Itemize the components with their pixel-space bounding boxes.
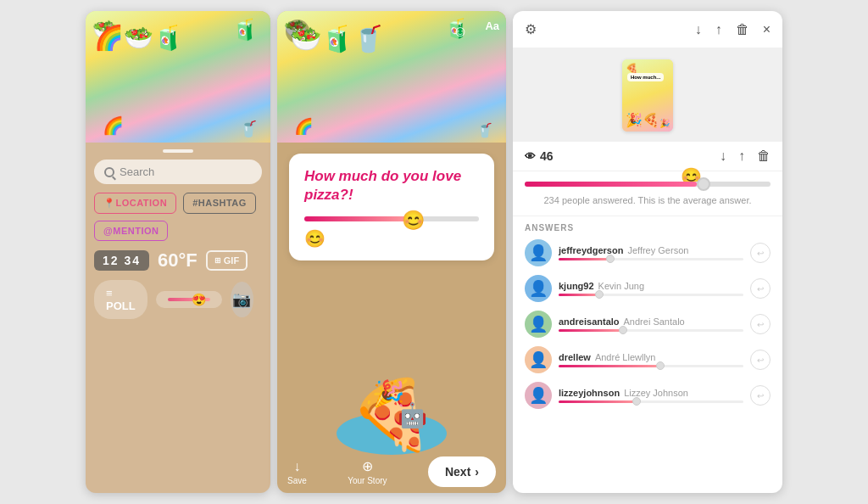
slider-track-mini: 😍 bbox=[168, 298, 210, 301]
search-bar[interactable]: Search bbox=[94, 160, 262, 184]
answer-slider-fill bbox=[559, 400, 637, 403]
close-button[interactable]: × bbox=[286, 20, 309, 43]
answer-realname: Kevin Jung bbox=[598, 281, 644, 291]
next-button[interactable]: Next › bbox=[428, 456, 496, 487]
story-bottom-bar: ↓ Save ⊕ Your Story Next › bbox=[277, 451, 506, 493]
stats-download-icon[interactable]: ↓ bbox=[720, 148, 726, 164]
answer-row: 👤 lizzeyjohnson Lizzey Johnson ↩ bbox=[525, 382, 771, 409]
stats-row: 👁 46 ↓ ↑ 🗑 bbox=[513, 142, 782, 171]
hashtag-sticker[interactable]: #HASHTAG bbox=[183, 193, 256, 214]
story-editor-panel: 🥗 🧃 🌈 🥤 × ☺ Aa How much do you love pizz… bbox=[277, 11, 506, 493]
pizza-slider-thumb: 😊 bbox=[402, 210, 425, 232]
pizza-slider-track[interactable]: 😊 bbox=[304, 216, 479, 221]
search-icon bbox=[104, 167, 114, 177]
answer-info: drellew André Llewllyn bbox=[559, 352, 743, 367]
answers-panel: ⚙ ↓ ↑ 🗑 × 🍕 🎉 How much... 👁 46 bbox=[513, 11, 782, 493]
answer-username: drellew bbox=[559, 352, 591, 362]
number-sticker[interactable]: 12 34 bbox=[94, 250, 149, 271]
hashtag-sticker-label: #HASHTAG bbox=[192, 198, 247, 208]
answer-slider-dot bbox=[656, 361, 665, 370]
your-story-button[interactable]: ⊕ Your Story bbox=[348, 458, 387, 485]
answer-slider-dot bbox=[619, 326, 627, 334]
trash-icon[interactable]: 🗑 bbox=[736, 22, 749, 37]
answer-slider-dot bbox=[595, 290, 604, 299]
average-slider-track bbox=[525, 182, 771, 187]
answer-names: kjung92 Kevin Jung bbox=[559, 281, 743, 291]
close-icon[interactable]: × bbox=[763, 22, 771, 37]
answer-username: lizzeyjohnson bbox=[559, 388, 620, 398]
gif-sticker[interactable]: ⊞ GIF bbox=[206, 250, 248, 271]
answer-row: 👤 jeffreydgerson Jeffrey Gerson ↩ bbox=[525, 239, 771, 266]
sticker-row-3: ≡ POLL 😍 📷 bbox=[86, 280, 270, 319]
reply-button[interactable]: ↩ bbox=[750, 385, 771, 406]
action-icons-row: ↓ ↑ 🗑 bbox=[720, 148, 771, 164]
slider-thumb-dot bbox=[697, 177, 710, 191]
answer-row: 👤 drellew André Llewllyn ↩ bbox=[525, 346, 771, 373]
sticker-row-1: 📍LOCATION #HASHTAG @MENTION bbox=[86, 193, 270, 241]
slider-display: 😊 bbox=[525, 182, 771, 187]
reply-button[interactable]: ↩ bbox=[750, 350, 771, 370]
view-count-number: 46 bbox=[540, 149, 554, 163]
search-placeholder-text: Search bbox=[120, 165, 154, 178]
mention-sticker-label: @MENTION bbox=[103, 226, 159, 236]
answer-slider-fill bbox=[559, 258, 610, 260]
answer-slider-fill bbox=[559, 294, 599, 296]
answer-names: lizzeyjohnson Lizzey Johnson bbox=[559, 388, 743, 398]
answer-slider bbox=[559, 329, 743, 332]
sticker-button[interactable]: ☺ bbox=[448, 20, 472, 43]
sticker-panel: 🥗 🧃 🌈 🥤 Search 📍LOCATION #HASHTAG @MENTI… bbox=[86, 11, 270, 493]
answer-slider-fill bbox=[559, 365, 660, 367]
answer-realname: Andrei Santalo bbox=[624, 316, 685, 327]
drag-handle bbox=[163, 149, 193, 153]
answer-username: jeffreydgerson bbox=[559, 245, 623, 255]
answer-slider bbox=[559, 258, 743, 260]
stats-trash-icon[interactable]: 🗑 bbox=[757, 148, 771, 164]
answer-names: andreisantalo Andrei Santalo bbox=[559, 316, 743, 327]
pizza-emoji-below: 😊 bbox=[304, 228, 479, 249]
poll-sticker[interactable]: ≡ POLL bbox=[94, 280, 147, 319]
slider-average-section: 😊 234 people answered. This is the avera… bbox=[513, 171, 782, 216]
reply-button[interactable]: ↩ bbox=[750, 278, 771, 299]
answers-section: ANSWERS 👤 jeffreydgerson Jeffrey Gerson … bbox=[513, 216, 782, 424]
answer-slider bbox=[559, 294, 743, 296]
preview-thumbnail: 🍕 🎉 How much... bbox=[622, 59, 673, 132]
answer-slider-dot bbox=[632, 397, 641, 406]
location-sticker-label: 📍LOCATION bbox=[103, 198, 167, 208]
answer-row: 👤 andreisantalo Andrei Santalo ↩ bbox=[525, 311, 771, 338]
panel3-header: ⚙ ↓ ↑ 🗑 × bbox=[513, 11, 782, 48]
answer-realname: Lizzey Johnson bbox=[624, 388, 688, 398]
answers-list: 👤 jeffreydgerson Jeffrey Gerson ↩ 👤 kjun bbox=[525, 239, 771, 409]
answer-slider-dot bbox=[606, 255, 615, 263]
settings-icon[interactable]: ⚙ bbox=[525, 21, 537, 37]
view-count-display: 👁 46 bbox=[525, 149, 554, 163]
location-sticker[interactable]: 📍LOCATION bbox=[94, 193, 176, 214]
mention-sticker[interactable]: @MENTION bbox=[94, 221, 168, 241]
answers-title: ANSWERS bbox=[525, 223, 771, 232]
answer-info: kjung92 Kevin Jung bbox=[559, 281, 743, 296]
story-top-photo: 🥗 🧃 🌈 🥤 × ☺ Aa bbox=[277, 11, 506, 143]
chevron-right-icon: › bbox=[475, 465, 479, 479]
save-button[interactable]: ↓ Save bbox=[287, 459, 307, 485]
answer-avatar: 👤 bbox=[525, 239, 552, 266]
average-text: 234 people answered. This is the average… bbox=[525, 195, 771, 205]
camera-button[interactable]: 📷 bbox=[231, 282, 253, 317]
reply-button[interactable]: ↩ bbox=[750, 243, 771, 263]
reply-button[interactable]: ↩ bbox=[750, 314, 771, 334]
answer-slider bbox=[559, 365, 743, 367]
answer-avatar: 👤 bbox=[525, 346, 552, 373]
emoji-slider-sticker[interactable]: 😍 bbox=[156, 291, 222, 308]
answer-realname: André Llewllyn bbox=[595, 352, 656, 362]
share-icon[interactable]: ↑ bbox=[715, 22, 722, 37]
eye-icon: 👁 bbox=[525, 150, 536, 163]
stats-share-icon[interactable]: ↑ bbox=[738, 148, 745, 164]
answer-avatar: 👤 bbox=[525, 311, 552, 338]
temperature-sticker[interactable]: 60°F bbox=[158, 249, 198, 272]
answer-info: lizzeyjohnson Lizzey Johnson bbox=[559, 388, 743, 403]
answer-username: andreisantalo bbox=[559, 316, 620, 327]
download-icon[interactable]: ↓ bbox=[695, 22, 702, 37]
preview-area: 🍕 🎉 How much... bbox=[513, 48, 782, 142]
answer-info: andreisantalo Andrei Santalo bbox=[559, 316, 743, 332]
sticker-row-2: 12 34 60°F ⊞ GIF bbox=[86, 249, 270, 272]
answer-names: jeffreydgerson Jeffrey Gerson bbox=[559, 245, 743, 255]
text-button[interactable]: Aa bbox=[485, 20, 499, 32]
